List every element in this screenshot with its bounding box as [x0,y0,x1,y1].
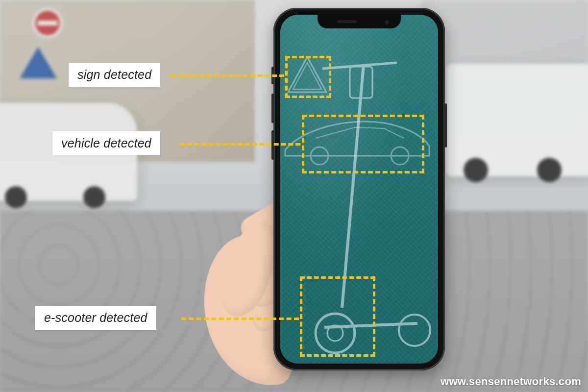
crossing-sign-icon [20,47,57,78]
watermark-url: www.sensennetworks.com [441,375,581,388]
svg-line-4 [322,63,397,69]
detection-box-sign [285,56,331,98]
detection-box-vehicle [302,115,424,173]
label-sign-detected: sign detected [69,63,160,87]
label-vehicle-detected: vehicle detected [52,131,160,155]
detection-box-escooter [300,276,375,357]
phone-volume-up-icon [271,94,274,123]
leader-line-escooter [181,318,299,320]
phone-notch-icon [318,15,401,28]
phone-power-button-icon [444,103,447,147]
svg-line-5 [342,65,364,308]
svg-point-8 [399,315,430,346]
leader-line-vehicle [180,143,300,146]
leader-line-sign [171,74,284,77]
no-entry-sign-icon [32,8,63,38]
label-escooter-detected: e-scooter detected [35,306,156,330]
truck-right [446,64,588,176]
